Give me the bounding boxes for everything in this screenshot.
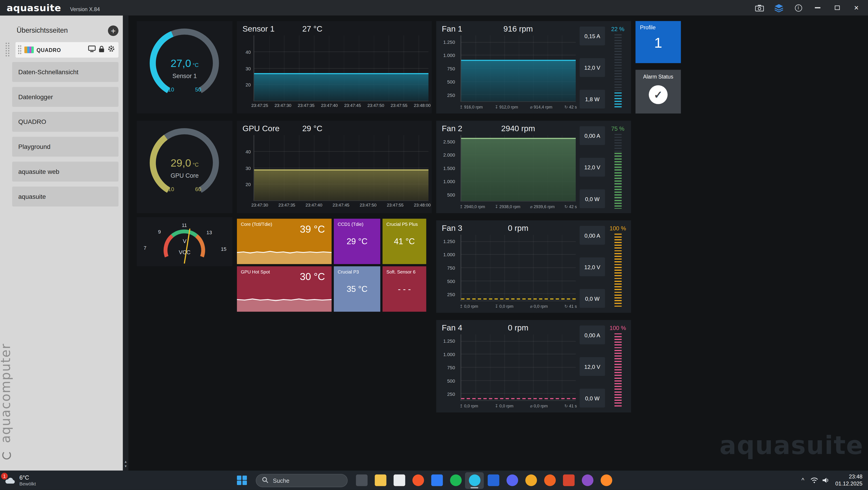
screenshot-camera-icon[interactable] xyxy=(754,3,765,13)
monitor-icon[interactable] xyxy=(88,45,96,55)
y-axis-tick: 750 xyxy=(447,66,455,71)
scroll-down-arrow[interactable]: ▼ xyxy=(124,465,127,468)
taskbar-app-button[interactable] xyxy=(578,472,597,489)
taskbar-app-icon xyxy=(506,474,518,486)
taskbar-app-button[interactable] xyxy=(371,472,390,489)
drag-handle-dots[interactable] xyxy=(5,42,10,57)
y-axis-tick: 20 xyxy=(246,82,251,88)
sidebar-item[interactable]: aquasuite xyxy=(12,187,119,207)
fan-chart xyxy=(461,135,576,202)
tray-chevron-icon[interactable]: ^ xyxy=(802,477,804,483)
gauge-min: 10 xyxy=(164,87,178,93)
add-page-button[interactable]: + xyxy=(108,25,119,36)
profile-number: 1 xyxy=(636,34,681,52)
x-axis-tick: 23:48:00 xyxy=(414,103,431,108)
sidebar-header: Übersichtsseiten + xyxy=(0,22,123,39)
fan-stat: ↻41 s xyxy=(564,304,577,309)
start-button[interactable] xyxy=(232,472,251,489)
aquasuite-window: aquasuite Version X.84 i × Übersichtssei… xyxy=(0,0,868,490)
sidebar-nav-list: Daten-SchnellansichtDatenloggerQUADROPla… xyxy=(12,62,119,207)
gauge-label: Sensor 1 xyxy=(137,73,232,79)
aquasuite-watermark: aquasuite xyxy=(720,431,864,460)
stat-icon: ↥ xyxy=(460,104,463,110)
active-app-indicator xyxy=(376,487,384,488)
y-axis-tick: 1.250 xyxy=(443,338,455,344)
taskbar-app-icon xyxy=(412,474,424,486)
check-icon: ✓ xyxy=(649,85,668,104)
lock-icon[interactable] xyxy=(98,45,104,55)
sidebar-item[interactable]: Datenlogger xyxy=(12,87,119,107)
gauge-max: 50 xyxy=(191,87,205,93)
taskbar-app-icon xyxy=(544,474,556,486)
fan-title: Fan 2 xyxy=(442,124,462,133)
gear-icon[interactable] xyxy=(107,45,115,55)
scroll-up-arrow[interactable]: ▲ xyxy=(124,460,127,464)
search-input[interactable]: Suche xyxy=(256,474,348,487)
fan-stat: ↧0,0 rpm xyxy=(495,304,513,309)
wifi-icon[interactable] xyxy=(810,475,818,485)
taskbar-app-button[interactable] xyxy=(559,472,578,489)
sidebar-item[interactable]: aquasuite web xyxy=(12,162,119,182)
fan-value: 0 rpm xyxy=(469,324,567,332)
taskbar-app-icon xyxy=(525,474,537,486)
sidebar-item[interactable]: QUADRO xyxy=(12,112,119,132)
taskbar-app-button[interactable] xyxy=(503,472,522,489)
sparkline xyxy=(237,296,332,303)
taskbar-app-button[interactable] xyxy=(427,472,446,489)
tile-label: Crucial P3 xyxy=(338,269,359,275)
taskbar-app-button[interactable] xyxy=(540,472,559,489)
active-app-indicator xyxy=(546,487,554,488)
tile-crucial-p3: Crucial P3 35 °C xyxy=(334,266,380,312)
taskbar-app-button[interactable] xyxy=(390,472,408,489)
taskbar-app-button[interactable] xyxy=(446,472,465,489)
maximize-button[interactable] xyxy=(832,3,842,13)
y-axis-tick: 500 xyxy=(447,79,455,85)
taskbar-app-button[interactable] xyxy=(597,472,616,489)
x-axis-tick: 23:47:45 xyxy=(333,203,349,208)
fan-percent-label: 100 % xyxy=(606,225,630,231)
profile-tile[interactable]: Profile 1 xyxy=(636,21,681,63)
taskbar-app-button[interactable] xyxy=(484,472,503,489)
close-button[interactable]: × xyxy=(851,3,861,13)
y-axis-tick: 1.000 xyxy=(443,53,455,58)
taskbar-app-button[interactable] xyxy=(408,472,427,489)
stat-icon: ↧ xyxy=(495,204,498,209)
taskbar-app-icon xyxy=(431,474,442,486)
taskbar-app-button[interactable] xyxy=(352,472,371,489)
weather-widget[interactable]: 1 6°C Bewölkt xyxy=(4,470,36,490)
windows-taskbar: 1 6°C Bewölkt Suche xyxy=(0,470,868,490)
y-axis-tick: 250 xyxy=(447,292,455,297)
fan-percent-bar xyxy=(615,234,622,308)
sidebar-item[interactable]: Playground xyxy=(12,137,119,157)
drag-dots-icon[interactable] xyxy=(18,45,22,55)
gauge-value: 27,0°C xyxy=(137,58,232,70)
readout-box: 0,00 A xyxy=(580,326,605,344)
minimize-button[interactable] xyxy=(813,3,823,13)
layers-icon[interactable] xyxy=(774,3,784,13)
active-app-indicator xyxy=(602,487,610,488)
clock[interactable]: 23:48 01.12.2025 xyxy=(835,473,863,487)
volume-icon[interactable] xyxy=(822,475,829,485)
sidebar-item-quadro-device[interactable]: QUADRO xyxy=(16,42,119,57)
app-version: Version X.84 xyxy=(70,6,100,12)
vcc-tick: 11 xyxy=(180,223,188,228)
sidebar-item[interactable]: Daten-Schnellansicht xyxy=(12,62,119,82)
x-axis-tick: 23:47:35 xyxy=(298,103,314,108)
taskbar-app-icon xyxy=(374,474,386,486)
fan-percent-bar xyxy=(615,134,622,209)
chart-value: 27 °C xyxy=(302,24,322,33)
readout-box: 12,0 V xyxy=(580,158,605,177)
x-axis-tick: 23:47:50 xyxy=(360,203,376,208)
taskbar-app-icon xyxy=(488,474,499,486)
y-axis-tick: 1.500 xyxy=(443,165,455,171)
clock-date: 01.12.2025 xyxy=(835,480,863,487)
y-axis-tick: 1.000 xyxy=(443,252,455,257)
tile-value: 39 °C xyxy=(300,224,325,235)
info-icon[interactable]: i xyxy=(793,3,803,13)
vertical-scrollbar[interactable]: ▲ ▼ xyxy=(123,16,128,470)
taskbar-app-button[interactable] xyxy=(522,472,540,489)
taskbar-app-button[interactable] xyxy=(465,472,484,489)
fan-title: Fan 1 xyxy=(442,24,462,33)
fan-chart xyxy=(461,334,576,401)
x-axis-tick: 23:47:30 xyxy=(251,203,268,208)
